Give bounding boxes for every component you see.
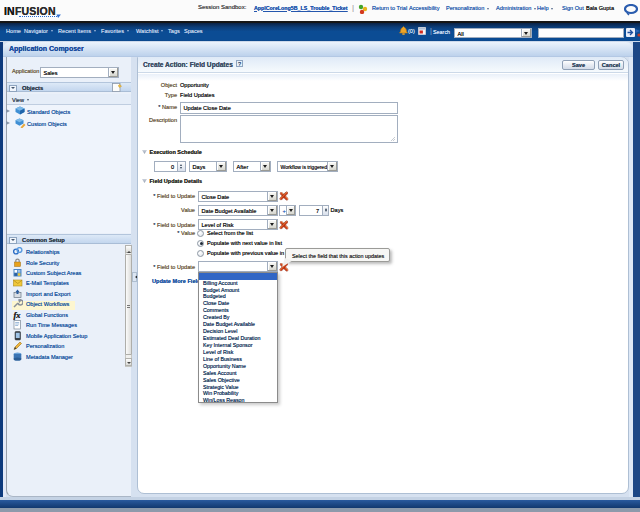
svg-text:fx: fx — [14, 310, 22, 320]
